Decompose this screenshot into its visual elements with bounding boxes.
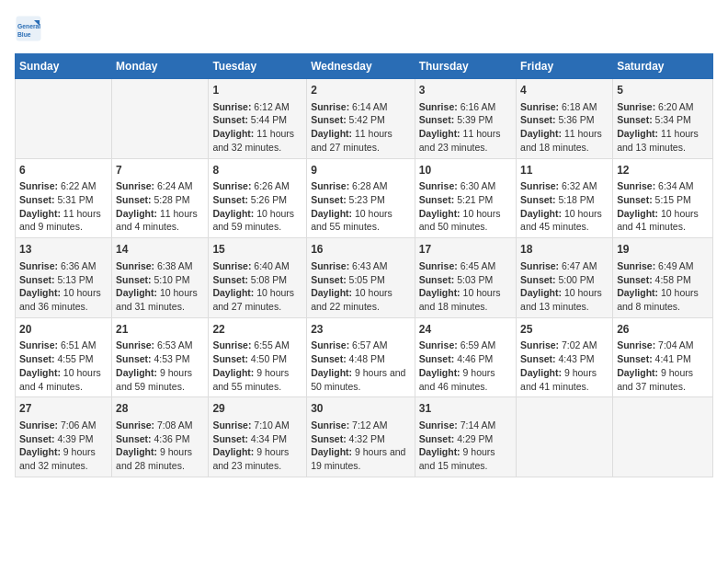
header-saturday: Saturday [613,54,713,79]
calendar-cell: 7Sunrise: 6:24 AMSunset: 5:28 PMDaylight… [112,158,209,238]
day-info: Sunrise: 6:55 AMSunset: 4:50 PMDaylight:… [212,339,302,393]
calendar-cell: 23Sunrise: 6:57 AMSunset: 4:48 PMDayligh… [307,317,415,397]
calendar-cell: 27Sunrise: 7:06 AMSunset: 4:39 PMDayligh… [16,397,112,477]
calendar-week-row: 6Sunrise: 6:22 AMSunset: 5:31 PMDaylight… [16,158,713,238]
calendar-cell: 11Sunrise: 6:32 AMSunset: 5:18 PMDayligh… [517,158,613,238]
day-number: 10 [419,163,512,178]
svg-text:General: General [17,23,40,29]
day-info: Sunrise: 6:18 AMSunset: 5:36 PMDaylight:… [520,100,609,155]
day-info: Sunrise: 6:16 AMSunset: 5:39 PMDaylight:… [419,100,512,155]
calendar-cell: 30Sunrise: 7:12 AMSunset: 4:32 PMDayligh… [307,397,415,477]
header-sunday: Sunday [16,54,112,79]
day-number: 16 [311,242,411,258]
page-header: General Blue [15,15,713,42]
day-number: 20 [19,322,108,338]
calendar-cell: 10Sunrise: 6:30 AMSunset: 5:21 PMDayligh… [415,158,516,238]
day-number: 26 [617,322,709,338]
calendar-cell: 6Sunrise: 6:22 AMSunset: 5:31 PMDaylight… [16,158,112,238]
day-info: Sunrise: 7:14 AMSunset: 4:29 PMDaylight:… [419,419,512,473]
day-info: Sunrise: 6:40 AMSunset: 5:08 PMDaylight:… [212,259,302,314]
day-info: Sunrise: 6:38 AMSunset: 5:10 PMDaylight:… [116,259,204,314]
day-number: 29 [212,401,302,417]
calendar-cell: 8Sunrise: 6:26 AMSunset: 5:26 PMDaylight… [209,158,307,238]
header-thursday: Thursday [415,54,516,79]
day-info: Sunrise: 6:14 AMSunset: 5:42 PMDaylight:… [311,100,411,155]
day-info: Sunrise: 6:53 AMSunset: 4:53 PMDaylight:… [116,339,204,393]
day-number: 5 [617,83,709,98]
day-info: Sunrise: 7:06 AMSunset: 4:39 PMDaylight:… [19,419,108,473]
day-info: Sunrise: 6:26 AMSunset: 5:26 PMDaylight:… [212,179,302,234]
day-info: Sunrise: 6:43 AMSunset: 5:05 PMDaylight:… [311,259,411,314]
calendar-header-row: SundayMondayTuesdayWednesdayThursdayFrid… [16,54,713,79]
day-info: Sunrise: 6:30 AMSunset: 5:21 PMDaylight:… [419,179,512,234]
calendar-week-row: 27Sunrise: 7:06 AMSunset: 4:39 PMDayligh… [16,397,713,477]
day-info: Sunrise: 6:59 AMSunset: 4:46 PMDaylight:… [419,339,512,393]
calendar-cell: 13Sunrise: 6:36 AMSunset: 5:13 PMDayligh… [16,238,112,318]
day-info: Sunrise: 6:49 AMSunset: 4:58 PMDaylight:… [617,259,709,314]
svg-text:Blue: Blue [17,31,31,38]
day-number: 9 [311,163,411,178]
calendar-cell: 29Sunrise: 7:10 AMSunset: 4:34 PMDayligh… [209,397,307,477]
header-tuesday: Tuesday [209,54,307,79]
day-info: Sunrise: 6:51 AMSunset: 4:55 PMDaylight:… [19,339,108,393]
day-number: 4 [520,83,609,98]
calendar-cell: 20Sunrise: 6:51 AMSunset: 4:55 PMDayligh… [16,317,112,397]
calendar-cell: 1Sunrise: 6:12 AMSunset: 5:44 PMDaylight… [209,79,307,159]
calendar-cell: 17Sunrise: 6:45 AMSunset: 5:03 PMDayligh… [415,238,516,318]
day-number: 1 [212,83,302,98]
calendar-cell: 21Sunrise: 6:53 AMSunset: 4:53 PMDayligh… [112,317,209,397]
day-number: 30 [311,401,411,417]
day-info: Sunrise: 6:12 AMSunset: 5:44 PMDaylight:… [212,100,302,155]
calendar-week-row: 20Sunrise: 6:51 AMSunset: 4:55 PMDayligh… [16,317,713,397]
day-number: 2 [311,83,411,98]
day-number: 25 [520,322,609,338]
calendar-cell: 16Sunrise: 6:43 AMSunset: 5:05 PMDayligh… [307,238,415,318]
calendar-cell: 24Sunrise: 6:59 AMSunset: 4:46 PMDayligh… [415,317,516,397]
day-info: Sunrise: 7:10 AMSunset: 4:34 PMDaylight:… [212,419,302,473]
day-info: Sunrise: 6:57 AMSunset: 4:48 PMDaylight:… [311,339,411,393]
header-wednesday: Wednesday [307,54,415,79]
day-info: Sunrise: 6:32 AMSunset: 5:18 PMDaylight:… [520,179,609,234]
day-number: 11 [520,163,609,178]
calendar-week-row: 1Sunrise: 6:12 AMSunset: 5:44 PMDaylight… [16,79,713,159]
calendar-cell [112,79,209,159]
day-info: Sunrise: 7:08 AMSunset: 4:36 PMDaylight:… [116,419,204,473]
day-number: 28 [116,401,204,417]
calendar-cell: 19Sunrise: 6:49 AMSunset: 4:58 PMDayligh… [613,238,713,318]
day-info: Sunrise: 7:12 AMSunset: 4:32 PMDaylight:… [311,419,411,473]
calendar-cell: 15Sunrise: 6:40 AMSunset: 5:08 PMDayligh… [209,238,307,318]
calendar-table: SundayMondayTuesdayWednesdayThursdayFrid… [15,53,713,477]
logo: General Blue [15,15,46,42]
day-info: Sunrise: 6:20 AMSunset: 5:34 PMDaylight:… [617,100,709,155]
day-info: Sunrise: 6:24 AMSunset: 5:28 PMDaylight:… [116,179,204,234]
day-number: 12 [617,163,709,178]
header-monday: Monday [112,54,209,79]
calendar-cell: 4Sunrise: 6:18 AMSunset: 5:36 PMDaylight… [517,79,613,159]
logo-icon: General Blue [15,15,42,42]
calendar-cell: 14Sunrise: 6:38 AMSunset: 5:10 PMDayligh… [112,238,209,318]
day-info: Sunrise: 6:28 AMSunset: 5:23 PMDaylight:… [311,179,411,234]
day-number: 22 [212,322,302,338]
day-number: 15 [212,242,302,258]
day-info: Sunrise: 6:45 AMSunset: 5:03 PMDaylight:… [419,259,512,314]
calendar-cell: 5Sunrise: 6:20 AMSunset: 5:34 PMDaylight… [613,79,713,159]
day-info: Sunrise: 6:47 AMSunset: 5:00 PMDaylight:… [520,259,609,314]
day-number: 18 [520,242,609,258]
calendar-cell: 3Sunrise: 6:16 AMSunset: 5:39 PMDaylight… [415,79,516,159]
calendar-cell [613,397,713,477]
calendar-cell: 25Sunrise: 7:02 AMSunset: 4:43 PMDayligh… [517,317,613,397]
day-number: 6 [19,163,108,178]
header-friday: Friday [517,54,613,79]
day-info: Sunrise: 7:02 AMSunset: 4:43 PMDaylight:… [520,339,609,393]
day-number: 17 [419,242,512,258]
calendar-cell [16,79,112,159]
calendar-cell: 28Sunrise: 7:08 AMSunset: 4:36 PMDayligh… [112,397,209,477]
calendar-cell [517,397,613,477]
calendar-cell: 31Sunrise: 7:14 AMSunset: 4:29 PMDayligh… [415,397,516,477]
calendar-cell: 12Sunrise: 6:34 AMSunset: 5:15 PMDayligh… [613,158,713,238]
day-info: Sunrise: 6:36 AMSunset: 5:13 PMDaylight:… [19,259,108,314]
day-number: 24 [419,322,512,338]
day-number: 8 [212,163,302,178]
day-number: 21 [116,322,204,338]
day-info: Sunrise: 6:22 AMSunset: 5:31 PMDaylight:… [19,179,108,234]
